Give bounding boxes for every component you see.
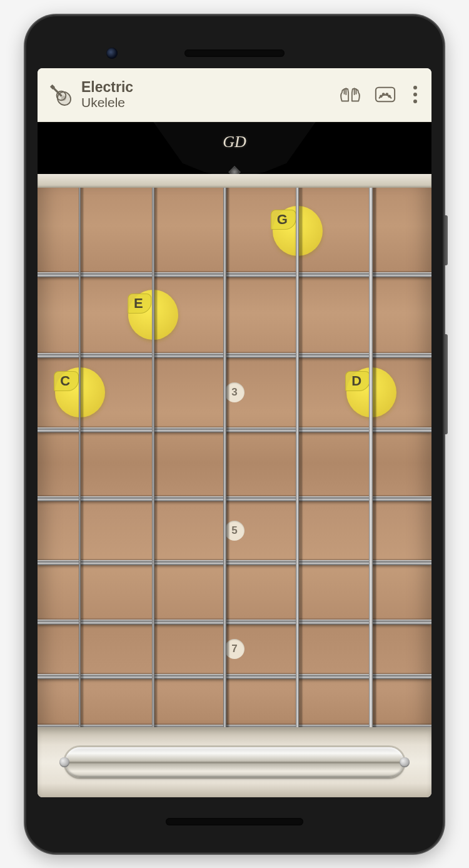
pickup-bar[interactable] bbox=[65, 747, 404, 777]
guitar-body bbox=[38, 727, 431, 797]
phone-power-button bbox=[444, 215, 448, 265]
svg-point-7 bbox=[380, 96, 382, 98]
note-label: C bbox=[54, 371, 79, 391]
instrument-type-label: Electric bbox=[81, 79, 329, 95]
app-header: Electric Ukelele bbox=[38, 68, 431, 122]
string[interactable] bbox=[223, 188, 228, 727]
phone-camera bbox=[106, 48, 118, 59]
phone-volume-button bbox=[444, 334, 448, 434]
svg-point-10 bbox=[388, 96, 390, 98]
note-label: E bbox=[128, 294, 152, 314]
overflow-menu-button[interactable] bbox=[406, 81, 424, 108]
headstock: GD bbox=[38, 122, 431, 188]
phone-speaker-top bbox=[184, 49, 285, 57]
instrument-selector[interactable]: Electric Ukelele bbox=[81, 79, 329, 110]
string[interactable] bbox=[296, 188, 301, 727]
svg-point-8 bbox=[383, 93, 385, 95]
hand-mode-button[interactable] bbox=[336, 81, 364, 108]
headstock-logo: GD bbox=[223, 133, 246, 151]
svg-point-9 bbox=[386, 93, 388, 95]
app-screen: Electric Ukelele bbox=[38, 68, 431, 797]
note-label: D bbox=[345, 371, 370, 391]
instrument-name-label: Ukelele bbox=[81, 95, 329, 110]
string[interactable] bbox=[152, 188, 156, 727]
phone-frame: Electric Ukelele bbox=[25, 15, 444, 854]
fretboard[interactable]: 357GECD bbox=[38, 188, 431, 727]
string[interactable] bbox=[369, 188, 375, 727]
string[interactable] bbox=[79, 188, 83, 727]
nut bbox=[38, 174, 431, 188]
instrument-icon[interactable] bbox=[46, 81, 74, 108]
note-label: G bbox=[271, 210, 296, 230]
phone-speaker-bottom bbox=[166, 818, 303, 825]
tuner-button[interactable] bbox=[371, 81, 399, 108]
